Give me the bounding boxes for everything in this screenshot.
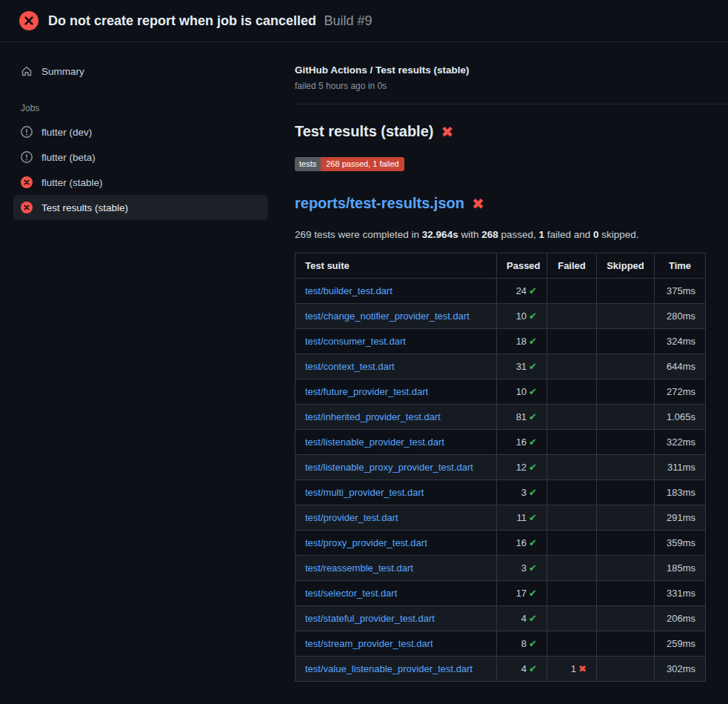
sidebar-job-item[interactable]: flutter (stable) <box>13 170 268 195</box>
passed-cell: 17✔ <box>497 581 547 606</box>
failed-cell <box>547 556 597 581</box>
jobs-heading: Jobs <box>21 103 268 113</box>
suite-cell: test/listenable_provider_test.dart <box>295 430 497 455</box>
table-row: test/context_test.dart31✔644ms <box>295 354 706 379</box>
time-cell: 1.065s <box>655 405 706 430</box>
summary-segment: 268 <box>481 229 498 240</box>
skipped-cell <box>597 531 655 556</box>
passed-cell: 8✔ <box>497 631 547 657</box>
suite-link[interactable]: test/proxy_provider_test.dart <box>305 537 427 548</box>
suite-link[interactable]: test/listenable_provider_test.dart <box>305 436 444 448</box>
suite-cell: test/listenable_proxy_provider_test.dart <box>295 455 497 480</box>
passed-cell: 3✔ <box>497 556 547 581</box>
failed-cell <box>547 354 597 379</box>
time-cell: 375ms <box>655 279 706 304</box>
suite-link[interactable]: test/context_test.dart <box>305 361 395 372</box>
column-header: Passed <box>497 253 547 279</box>
check-icon: ✔ <box>529 512 537 523</box>
suite-link[interactable]: test/change_notifier_provider_test.dart <box>305 311 470 322</box>
suite-link[interactable]: test/stream_provider_test.dart <box>305 638 433 649</box>
divider <box>295 104 728 104</box>
suite-link[interactable]: test/builder_test.dart <box>305 285 393 296</box>
column-header: Test suite <box>295 253 497 279</box>
suite-link[interactable]: test/listenable_proxy_provider_test.dart <box>305 462 473 473</box>
suite-link[interactable]: test/provider_test.dart <box>305 512 398 523</box>
skipped-cell <box>597 405 655 430</box>
badge-label: tests <box>295 157 321 171</box>
failed-cell <box>547 531 597 556</box>
passed-cell: 11✔ <box>497 505 547 531</box>
summary-segment: skipped. <box>599 229 639 240</box>
suite-cell: test/inherited_provider_test.dart <box>295 405 497 430</box>
check-icon: ✔ <box>529 311 537 322</box>
summary-segment: with <box>458 229 482 240</box>
time-cell: 206ms <box>655 606 706 631</box>
failed-x-icon: ✖ <box>472 196 484 211</box>
table-row: test/selector_test.dart17✔331ms <box>295 581 706 606</box>
run-title-group: Do not create report when job is cancell… <box>48 13 373 29</box>
summary-segment: passed, <box>498 229 539 240</box>
x-circle-icon <box>21 176 33 188</box>
table-row: test/multi_provider_test.dart3✔183ms <box>295 480 706 505</box>
suite-cell: test/consumer_test.dart <box>295 329 497 354</box>
failed-cell <box>547 581 597 606</box>
check-icon: ✔ <box>529 663 537 674</box>
suite-link[interactable]: test/value_listenable_provider_test.dart <box>305 663 472 674</box>
sidebar-job-item[interactable]: flutter (beta) <box>13 145 268 170</box>
suite-link[interactable]: test/stateful_provider_test.dart <box>305 613 435 624</box>
failed-cell <box>547 430 597 455</box>
skipped-cell <box>597 329 655 354</box>
suite-cell: test/reassemble_test.dart <box>295 556 497 581</box>
report-title: reports/test-results.json ✖ <box>295 195 728 212</box>
time-cell: 302ms <box>655 657 706 682</box>
time-cell: 331ms <box>655 581 706 606</box>
passed-cell: 81✔ <box>497 405 547 430</box>
sidebar-job-item[interactable]: flutter (dev) <box>13 119 268 145</box>
passed-cell: 24✔ <box>497 279 547 304</box>
suite-cell: test/multi_provider_test.dart <box>295 480 497 505</box>
table-row: test/provider_test.dart11✔291ms <box>295 505 706 531</box>
skipped-cell <box>597 430 655 455</box>
suite-cell: test/value_listenable_provider_test.dart <box>295 657 497 682</box>
check-icon: ✔ <box>529 487 537 498</box>
sidebar-job-item[interactable]: Test results (stable) <box>13 195 268 220</box>
suite-cell: test/context_test.dart <box>295 354 497 379</box>
failed-cell <box>547 405 597 430</box>
skipped-cell <box>597 455 655 480</box>
job-label: flutter (beta) <box>41 152 96 163</box>
failed-cell <box>547 279 597 304</box>
summary-segment: 1 <box>539 229 545 240</box>
run-title: Do not create report when job is cancell… <box>48 13 316 28</box>
table-row: test/change_notifier_provider_test.dart1… <box>295 304 706 329</box>
failed-cell <box>547 631 597 657</box>
suite-link[interactable]: test/inherited_provider_test.dart <box>305 411 441 422</box>
cancelled-circle-icon <box>21 151 33 163</box>
suite-link[interactable]: test/multi_provider_test.dart <box>305 487 424 498</box>
sidebar: Summary Jobs flutter (dev)flutter (beta)… <box>0 42 275 704</box>
passed-cell: 16✔ <box>497 531 547 556</box>
suite-cell: test/change_notifier_provider_test.dart <box>295 304 497 329</box>
failed-cell <box>547 304 597 329</box>
check-icon: ✔ <box>529 411 537 422</box>
suite-link[interactable]: test/selector_test.dart <box>305 588 397 599</box>
suite-link[interactable]: test/consumer_test.dart <box>305 336 406 347</box>
failed-cell <box>547 505 597 531</box>
skipped-cell <box>597 304 655 329</box>
suite-cell: test/selector_test.dart <box>295 581 497 606</box>
suite-cell: test/builder_test.dart <box>295 279 497 304</box>
results-table: Test suitePassedFailedSkippedTime test/b… <box>295 253 706 682</box>
report-link[interactable]: reports/test-results.json <box>295 195 464 212</box>
skipped-cell <box>597 279 655 304</box>
job-label: Test results (stable) <box>41 202 128 213</box>
suite-link[interactable]: test/reassemble_test.dart <box>305 562 413 574</box>
section-title: Test results (stable) ✖ <box>295 123 728 140</box>
tests-status-badge: tests 268 passed, 1 failed <box>295 157 404 171</box>
table-row: test/reassemble_test.dart3✔185ms <box>295 556 706 581</box>
run-header: Do not create report when job is cancell… <box>0 0 728 42</box>
table-row: test/listenable_provider_test.dart16✔322… <box>295 430 706 455</box>
suite-link[interactable]: test/future_provider_test.dart <box>305 386 428 397</box>
time-cell: 272ms <box>655 379 706 405</box>
sidebar-item-summary[interactable]: Summary <box>13 59 268 84</box>
passed-cell: 10✔ <box>497 379 547 405</box>
time-cell: 322ms <box>655 430 706 455</box>
